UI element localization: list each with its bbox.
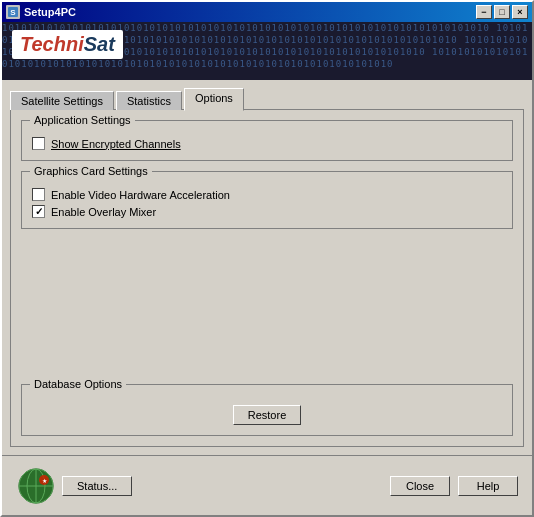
- enable-video-hw-row: Enable Video Hardware Acceleration: [32, 188, 502, 201]
- status-button[interactable]: Status...: [62, 476, 132, 496]
- restore-container: Restore: [32, 405, 502, 425]
- enable-overlay-row: Enable Overlay Mixer: [32, 205, 502, 218]
- tabs-container: Satellite Settings Statistics Options: [10, 88, 524, 110]
- options-tab-panel: Application Settings Show Encrypted Chan…: [10, 109, 524, 447]
- close-button-title[interactable]: ×: [512, 5, 528, 19]
- tab-satellite-settings[interactable]: Satellite Settings: [10, 91, 114, 110]
- svg-text:★: ★: [42, 478, 47, 484]
- enable-overlay-checkbox[interactable]: [32, 205, 45, 218]
- bottom-bar: ★ Status... Close Help: [2, 455, 532, 515]
- show-encrypted-checkbox[interactable]: [32, 137, 45, 150]
- status-area: ★ Status...: [16, 466, 132, 506]
- app-icon: S: [6, 5, 20, 19]
- logo-container: TechniSat: [12, 30, 123, 59]
- application-settings-label: Application Settings: [30, 114, 135, 126]
- enable-overlay-label[interactable]: Enable Overlay Mixer: [51, 206, 156, 218]
- title-bar-controls: − □ ×: [476, 5, 528, 19]
- database-options-label: Database Options: [30, 378, 126, 390]
- right-buttons: Close Help: [390, 476, 518, 496]
- close-button[interactable]: Close: [390, 476, 450, 496]
- svg-text:S: S: [10, 8, 16, 17]
- graphics-card-settings-label: Graphics Card Settings: [30, 165, 152, 177]
- help-button[interactable]: Help: [458, 476, 518, 496]
- panel-spacer: [21, 239, 513, 374]
- main-window: S Setup4PC − □ × 10101010101010101010101…: [0, 0, 534, 517]
- tab-options[interactable]: Options: [184, 88, 244, 111]
- maximize-button[interactable]: □: [494, 5, 510, 19]
- title-bar: S Setup4PC − □ ×: [2, 2, 532, 22]
- logo-text: TechniSat: [20, 33, 115, 56]
- database-options-group: Database Options Restore: [21, 384, 513, 436]
- tab-statistics[interactable]: Statistics: [116, 91, 182, 110]
- graphics-card-settings-group: Graphics Card Settings Enable Video Hard…: [21, 171, 513, 229]
- content-area: Satellite Settings Statistics Options Ap…: [2, 80, 532, 455]
- header-banner: 1010101010101010101010101010101010101010…: [2, 22, 532, 80]
- globe-icon: ★: [16, 466, 56, 506]
- title-text: Setup4PC: [24, 6, 76, 18]
- enable-video-hw-label[interactable]: Enable Video Hardware Acceleration: [51, 189, 230, 201]
- restore-button[interactable]: Restore: [233, 405, 302, 425]
- show-encrypted-label[interactable]: Show Encrypted Channels: [51, 138, 181, 150]
- title-bar-left: S Setup4PC: [6, 5, 76, 19]
- minimize-button[interactable]: −: [476, 5, 492, 19]
- application-settings-group: Application Settings Show Encrypted Chan…: [21, 120, 513, 161]
- show-encrypted-row: Show Encrypted Channels: [32, 137, 502, 150]
- enable-video-hw-checkbox[interactable]: [32, 188, 45, 201]
